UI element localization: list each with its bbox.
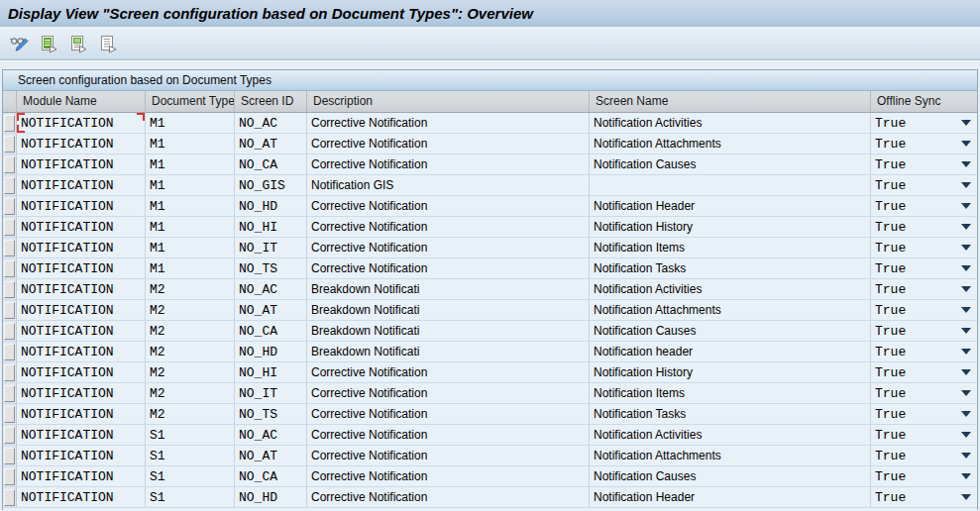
row-selector-button[interactable] [4,344,15,360]
cell-description[interactable]: Corrective Notification [307,383,590,403]
offline-sync-dropdown[interactable]: True [871,425,977,445]
row-selector-button[interactable] [4,136,15,153]
dropdown-arrow-icon[interactable] [961,411,971,417]
cell-screen-id[interactable]: NO_TS [235,404,307,424]
cell-description[interactable]: Corrective Notification [307,258,590,278]
row-selector-button[interactable] [4,427,15,444]
cell-screen-id[interactable]: NO_HI [235,217,307,237]
cell-screen-name[interactable]: Notification header [590,342,871,361]
cell-module-name[interactable]: NOTIFICATION [17,113,146,133]
cell-description[interactable]: Breakdown Notificati [307,321,590,341]
row-selector-button[interactable] [4,448,15,464]
cell-document-type[interactable]: S1 [146,466,235,486]
cell-description[interactable]: Breakdown Notificati [307,279,590,299]
cell-module-name[interactable]: NOTIFICATION [17,404,146,424]
row-selector[interactable] [3,154,17,174]
offline-sync-dropdown[interactable]: True [871,300,977,320]
dropdown-arrow-icon[interactable] [961,224,971,230]
row-selector[interactable] [3,238,17,257]
cell-screen-id[interactable]: NO_TS [235,258,307,278]
cell-screen-id[interactable]: NO_IT [235,383,307,403]
cell-screen-name[interactable]: Notification Activities [590,279,871,299]
offline-sync-dropdown[interactable]: True [871,279,977,299]
row-selector[interactable] [3,362,17,382]
column-header-module-name[interactable]: Module Name [17,91,146,112]
cell-screen-id[interactable]: NO_HI [235,362,307,382]
cell-document-type[interactable]: M1 [146,134,235,153]
cell-description[interactable]: Corrective Notification [307,425,590,445]
column-header-description[interactable]: Description [307,91,590,112]
offline-sync-dropdown[interactable]: True [871,217,977,237]
cell-document-type[interactable]: M2 [146,342,235,361]
cell-document-type[interactable]: M2 [146,321,235,341]
row-selector[interactable] [3,383,17,403]
cell-document-type[interactable]: M1 [146,238,235,257]
cell-module-name[interactable]: NOTIFICATION [17,300,146,320]
cell-screen-id[interactable]: NO_HD [235,342,307,361]
offline-sync-dropdown[interactable]: True [871,383,977,403]
cell-document-type[interactable]: M2 [146,404,235,424]
cell-description[interactable]: Breakdown Notificati [307,300,590,320]
cell-screen-id[interactable]: NO_CA [235,466,307,486]
cell-screen-name[interactable]: Notification Items [590,238,871,257]
cell-screen-id[interactable]: NO_AC [235,113,307,133]
cell-screen-name[interactable]: Notification Causes [590,154,871,174]
cell-screen-id[interactable]: NO_AC [235,425,307,445]
cell-screen-name[interactable]: Notification Tasks [590,258,871,278]
cell-description[interactable]: Notification GIS [307,175,590,195]
row-selector[interactable] [3,487,17,507]
cell-screen-name[interactable]: Notification Items [590,383,871,403]
cell-document-type[interactable]: S1 [146,446,235,465]
row-selector-button[interactable] [4,156,15,173]
cell-document-type[interactable]: M1 [146,258,235,278]
cell-document-type[interactable]: S1 [146,487,235,507]
row-selector-button[interactable] [4,219,15,236]
cell-document-type[interactable]: S1 [146,425,235,445]
list-plain-arrow-button[interactable] [96,32,120,55]
row-selector[interactable] [3,134,17,153]
dropdown-arrow-icon[interactable] [961,390,971,396]
cell-description[interactable]: Corrective Notification [307,487,590,507]
cell-module-name[interactable]: NOTIFICATION [17,238,146,257]
column-header-screen-id[interactable]: Screen ID [235,91,307,112]
dropdown-arrow-icon[interactable] [961,473,971,479]
cell-screen-name[interactable]: Notification Causes [590,466,871,486]
cell-description[interactable]: Corrective Notification [307,134,590,153]
cell-description[interactable]: Corrective Notification [307,238,590,257]
cell-module-name[interactable]: NOTIFICATION [17,446,146,465]
offline-sync-dropdown[interactable]: True [871,238,977,257]
dropdown-arrow-icon[interactable] [961,494,971,500]
row-selector-button[interactable] [4,260,15,277]
cell-document-type[interactable]: M2 [146,383,235,403]
cell-screen-name[interactable]: Notification Activities [590,113,871,133]
row-selector[interactable] [3,404,17,424]
cell-document-type[interactable]: M1 [146,154,235,174]
row-selector[interactable] [3,446,17,465]
row-selector-button[interactable] [4,281,15,298]
dropdown-arrow-icon[interactable] [961,349,971,355]
cell-document-type[interactable]: M1 [146,175,235,195]
cell-description[interactable]: Breakdown Notificati [307,342,590,361]
offline-sync-dropdown[interactable]: True [871,404,977,424]
row-selector[interactable] [3,342,17,361]
cell-description[interactable]: Corrective Notification [307,217,590,237]
offline-sync-dropdown[interactable]: True [871,446,977,465]
column-header-document-type[interactable]: Document Type [146,91,235,112]
cell-module-name[interactable]: NOTIFICATION [17,196,146,216]
row-selector[interactable] [3,425,17,445]
cell-module-name[interactable]: NOTIFICATION [17,362,146,382]
row-selector-button[interactable] [4,364,15,381]
offline-sync-dropdown[interactable]: True [871,362,977,382]
row-selector-button[interactable] [4,198,15,215]
offline-sync-dropdown[interactable]: True [871,258,977,278]
dropdown-arrow-icon[interactable] [961,369,971,375]
offline-sync-dropdown[interactable]: True [871,342,977,361]
row-selector-button[interactable] [4,468,15,485]
row-selector[interactable] [3,258,17,278]
cell-description[interactable]: Corrective Notification [307,362,590,382]
cell-module-name[interactable]: NOTIFICATION [17,258,146,278]
cell-screen-id[interactable]: NO_AT [235,300,307,320]
cell-module-name[interactable]: NOTIFICATION [17,279,146,299]
select-all-corner[interactable] [3,91,17,112]
cell-screen-name[interactable]: Notification Attachments [590,300,871,320]
